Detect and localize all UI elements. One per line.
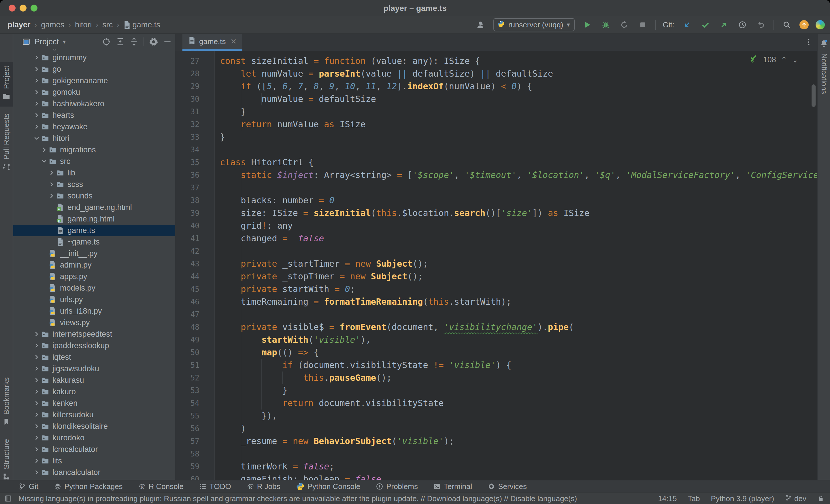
tree-item-game-ng-html[interactable]: Hgame.ng.html	[13, 213, 175, 225]
chevron-right-icon[interactable]	[32, 457, 41, 465]
expand-all-button[interactable]	[115, 36, 126, 47]
tree-item-loancalculator[interactable]: loancalculator	[13, 467, 175, 478]
stripe-tab-bookmarks[interactable]: Bookmarks	[0, 373, 13, 432]
tree-item-hashiwokakero[interactable]: hashiwokakero	[13, 98, 175, 109]
tree-item-jigsawsudoku[interactable]: jigsawsudoku	[13, 363, 175, 374]
lock-icon[interactable]	[817, 495, 824, 502]
chevron-right-icon[interactable]	[32, 53, 41, 62]
tree-item-kurodoko[interactable]: kurodoko	[13, 432, 175, 443]
git-branch-indicator[interactable]: dev	[785, 494, 806, 503]
chevron-right-icon[interactable]	[32, 123, 41, 131]
tree-item-iqtest[interactable]: iqtest	[13, 351, 175, 363]
chevron-right-icon[interactable]	[32, 76, 41, 85]
tree-item-src[interactable]: src	[13, 156, 175, 167]
stop-button[interactable]	[637, 19, 648, 31]
locate-file-button[interactable]	[101, 36, 112, 47]
tree-item-migrations[interactable]: migrations	[13, 144, 175, 156]
chevron-right-icon[interactable]	[47, 192, 56, 200]
toolwindow-button-python-packages[interactable]: Python Packages	[54, 482, 123, 491]
chevron-right-icon[interactable]	[32, 433, 41, 442]
git-rollback-button[interactable]	[755, 19, 767, 31]
toolwindow-button-terminal[interactable]: Terminal	[434, 482, 472, 491]
indent-indicator[interactable]: Tab	[688, 494, 700, 503]
tree-item-admin-py[interactable]: admin.py	[13, 259, 175, 271]
tree-item-game-ts[interactable]: game.ts	[13, 225, 175, 236]
chevron-right-icon[interactable]	[32, 388, 41, 396]
inspections-widget[interactable]: 108 ⌃ ⌄	[749, 54, 798, 65]
tree-item-lib[interactable]: lib	[13, 167, 175, 178]
tree-item--game-ts[interactable]: ~game.ts	[13, 236, 175, 248]
chevron-right-icon[interactable]	[32, 468, 41, 477]
toolwindow-toggle-icon[interactable]	[4, 495, 12, 503]
tree-item-heyawake[interactable]: heyawake	[13, 121, 175, 132]
toolwindow-button-todo[interactable]: TODO	[199, 482, 231, 491]
tree-item-kenken[interactable]: kenken	[13, 397, 175, 409]
search-everywhere-icon[interactable]	[781, 19, 793, 31]
tree-item-go[interactable]: go	[13, 63, 175, 75]
chevron-right-icon[interactable]	[32, 111, 41, 120]
tree-item-apps-py[interactable]: apps.py	[13, 271, 175, 282]
tree-item--init-py[interactable]: __init__.py	[13, 248, 175, 259]
coverage-button[interactable]	[618, 19, 630, 31]
git-update-button[interactable]	[681, 19, 693, 31]
chevron-right-icon[interactable]	[47, 168, 56, 177]
chevron-right-icon[interactable]	[32, 353, 41, 362]
chevron-down-icon[interactable]: ▾	[63, 38, 66, 45]
close-icon[interactable]: ✕	[230, 37, 237, 46]
toolwindow-button-r-jobs[interactable]: RR Jobs	[247, 482, 280, 491]
hide-panel-button[interactable]	[162, 36, 173, 47]
tree-item-end-game-ng-html[interactable]: Hend_game.ng.html	[13, 202, 175, 213]
toolwindow-button-r-console[interactable]: RR Console	[138, 482, 184, 491]
tree-item-hitori[interactable]: hitori	[13, 132, 175, 144]
breadcrumb-item[interactable]: player	[7, 21, 31, 29]
tree-item-kakuro[interactable]: kakuro	[13, 386, 175, 397]
chevron-right-icon[interactable]	[32, 341, 41, 350]
run-button[interactable]	[582, 19, 593, 31]
stripe-tab-structure[interactable]: Structure	[0, 435, 13, 486]
editor-scrollbar[interactable]	[811, 85, 816, 107]
tree-item-sounds[interactable]: sounds	[13, 190, 175, 202]
user-account-icon[interactable]	[475, 19, 486, 31]
breadcrumb-item[interactable]: src	[102, 21, 113, 29]
tree-item-urls-i18n-py[interactable]: urls_i18n.py	[13, 305, 175, 317]
chevron-down-icon[interactable]	[40, 157, 49, 166]
toolwindow-button-services[interactable]: Services	[488, 482, 527, 491]
tree-item-models-py[interactable]: models.py	[13, 282, 175, 294]
breadcrumb-item[interactable]: games	[41, 21, 64, 29]
chevron-right-icon[interactable]	[32, 422, 41, 431]
status-message[interactable]: Missing language(s) in proofreading plug…	[19, 494, 577, 503]
interpreter-indicator[interactable]: Python 3.9 (player)	[711, 494, 774, 503]
tab-game-ts[interactable]: game.ts ✕	[183, 34, 243, 51]
breadcrumb-item[interactable]: game.ts	[123, 21, 160, 29]
chevron-right-icon[interactable]	[32, 99, 41, 108]
debug-button[interactable]	[600, 19, 611, 31]
tree-item-kakurasu[interactable]: kakurasu	[13, 374, 175, 386]
tree-item-gomoku[interactable]: gomoku	[13, 87, 175, 98]
tree-item-gokigennaname[interactable]: gokigennaname	[13, 75, 175, 87]
ide-update-icon[interactable]	[799, 20, 809, 29]
chevron-right-icon[interactable]	[40, 145, 49, 154]
breadcrumb-item[interactable]: hitori	[75, 21, 92, 29]
stripe-tab-project[interactable]: Project	[0, 62, 13, 107]
chevron-right-icon[interactable]	[47, 180, 56, 189]
chevron-right-icon[interactable]	[32, 364, 41, 373]
tree-item-internetspeedtest[interactable]: internetspeedtest	[13, 328, 175, 340]
tree-item-urls-py[interactable]: urls.py	[13, 294, 175, 305]
chevron-right-icon[interactable]	[32, 376, 41, 384]
tree-item-killersudoku[interactable]: killersudoku	[13, 409, 175, 421]
git-history-button[interactable]	[737, 19, 748, 31]
chevron-right-icon[interactable]	[32, 445, 41, 453]
tree-item-hearts[interactable]: hearts	[13, 109, 175, 121]
plugin-sphere-icon[interactable]	[816, 20, 825, 29]
toolwindow-button-problems[interactable]: Problems	[376, 482, 418, 491]
chevron-right-icon[interactable]	[32, 330, 41, 338]
toolwindow-button-python-console[interactable]: Python Console	[296, 482, 360, 491]
tree-item-lcmcalculator[interactable]: lcmcalculator	[13, 443, 175, 455]
chevron-right-icon[interactable]	[32, 399, 41, 407]
code-editor[interactable]: 2627const sizeInitial = function (value:…	[175, 51, 817, 480]
tree-item-lits[interactable]: lits	[13, 455, 175, 467]
tree-item-ginrummy[interactable]: ginrummy	[13, 52, 175, 63]
tree-item-klondikesolitaire[interactable]: klondikesolitaire	[13, 421, 175, 432]
collapse-all-button[interactable]	[129, 36, 139, 47]
next-problem-icon[interactable]: ⌄	[792, 55, 798, 65]
